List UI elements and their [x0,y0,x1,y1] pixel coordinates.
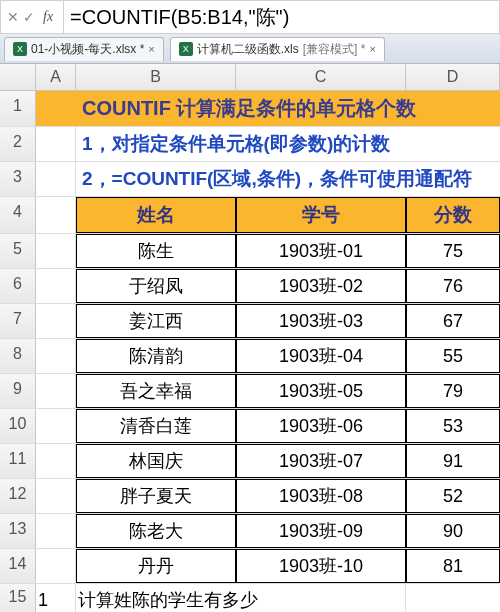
cell[interactable] [36,269,76,303]
spreadsheet-grid: A B C D 1 COUNTIF 计算满足条件的单元格个数 2 1，对指定条件… [0,64,500,612]
cell[interactable]: 1 [36,584,76,612]
row-header[interactable]: 1 [0,91,36,126]
cell-id[interactable]: 1903班-05 [236,374,406,408]
row-header[interactable]: 12 [0,479,36,513]
table-row: 14丹丹1903班-1081 [0,549,500,584]
table-row: 11林国庆1903班-0791 [0,444,500,479]
col-header-B[interactable]: B [76,64,236,90]
row-header[interactable]: 4 [0,197,36,233]
cell[interactable] [36,479,76,513]
cell[interactable] [36,444,76,478]
close-icon[interactable]: × [369,43,375,55]
row-3: 3 2，=COUNTIF(区域,条件)，条件可使用通配符 [0,162,500,197]
cell-name[interactable]: 清香白莲 [76,409,236,443]
column-headers: A B C D [0,64,500,91]
cell[interactable] [36,197,76,233]
cell-id[interactable]: 1903班-08 [236,479,406,513]
row-header[interactable]: 7 [0,304,36,338]
row-header[interactable]: 3 [0,162,36,196]
cell-score[interactable]: 53 [406,409,500,443]
table-row: 8陈清韵1903班-0455 [0,339,500,374]
select-all-corner[interactable] [0,64,36,90]
cell-score[interactable]: 75 [406,234,500,268]
cell[interactable] [36,374,76,408]
cell-id[interactable]: 1903班-04 [236,339,406,373]
table-row: 7姜江西1903班-0367 [0,304,500,339]
cell-id[interactable]: 1903班-10 [236,549,406,583]
table-row: 6于绍凤1903班-0276 [0,269,500,304]
col-header-D[interactable]: D [406,64,500,90]
cell[interactable] [36,339,76,373]
row-header[interactable]: 13 [0,514,36,548]
cell-score[interactable]: 55 [406,339,500,373]
cell[interactable] [36,127,76,161]
workbook-tabs: X 01-小视频-每天.xlsx * × X 计算机二级函数.xls [兼容模式… [0,34,500,64]
cell-score[interactable]: 67 [406,304,500,338]
compat-mode-label: [兼容模式] * [303,41,366,58]
table-header-score[interactable]: 分数 [406,197,500,233]
fx-icon[interactable]: fx [39,9,57,25]
row-header[interactable]: 5 [0,234,36,268]
cell-id[interactable]: 1903班-09 [236,514,406,548]
cell-name[interactable]: 胖子夏天 [76,479,236,513]
row-header[interactable]: 6 [0,269,36,303]
table-row: 10清香白莲1903班-0653 [0,409,500,444]
accept-icon[interactable]: ✓ [23,9,35,25]
cell[interactable] [36,514,76,548]
table-row: 12胖子夏天1903班-0852 [0,479,500,514]
cell-id[interactable]: 1903班-01 [236,234,406,268]
row-header[interactable]: 11 [0,444,36,478]
excel-icon: X [13,42,27,56]
cell-name[interactable]: 于绍凤 [76,269,236,303]
cell-id[interactable]: 1903班-06 [236,409,406,443]
row-header[interactable]: 10 [0,409,36,443]
cell-score[interactable]: 91 [406,444,500,478]
table-header-name[interactable]: 姓名 [76,197,236,233]
cell[interactable]: 计算姓陈的学生有多少 [76,584,406,612]
cell-id[interactable]: 1903班-03 [236,304,406,338]
subtitle-cell[interactable]: 2，=COUNTIF(区域,条件)，条件可使用通配符 [76,162,500,196]
table-header-id[interactable]: 学号 [236,197,406,233]
cell-score[interactable]: 76 [406,269,500,303]
cell[interactable] [36,549,76,583]
cell[interactable] [36,162,76,196]
tab-label: 01-小视频-每天.xlsx * [31,41,144,58]
cell-name[interactable]: 林国庆 [76,444,236,478]
cell-name[interactable]: 陈清韵 [76,339,236,373]
table-row: 13陈老大1903班-0990 [0,514,500,549]
workbook-tab-2[interactable]: X 计算机二级函数.xls [兼容模式] * × [170,37,385,61]
table-row: 9吾之幸福1903班-0579 [0,374,500,409]
subtitle-cell[interactable]: 1，对指定条件单元格(即参数)的计数 [76,127,500,161]
cancel-icon[interactable]: ✕ [7,9,19,25]
cell-name[interactable]: 陈老大 [76,514,236,548]
cell-id[interactable]: 1903班-07 [236,444,406,478]
formula-input[interactable]: =COUNTIF(B5:B14,"陈") [64,2,499,33]
cell-score[interactable]: 90 [406,514,500,548]
cell-score[interactable]: 81 [406,549,500,583]
row-header[interactable]: 8 [0,339,36,373]
row-header[interactable]: 14 [0,549,36,583]
cell[interactable] [36,234,76,268]
cell-name[interactable]: 丹丹 [76,549,236,583]
row-header[interactable]: 2 [0,127,36,161]
row-header[interactable]: 15 [0,584,36,612]
excel-icon: X [179,42,193,56]
col-header-C[interactable]: C [236,64,406,90]
row-header[interactable]: 9 [0,374,36,408]
formula-bar: ✕ ✓ fx =COUNTIF(B5:B14,"陈") [0,0,500,34]
workbook-tab-1[interactable]: X 01-小视频-每天.xlsx * × [4,37,164,61]
cell-score[interactable]: 52 [406,479,500,513]
table-row: 5陈生1903班-0175 [0,234,500,269]
cell[interactable] [36,304,76,338]
cell[interactable] [36,409,76,443]
col-header-A[interactable]: A [36,64,76,90]
cell-name[interactable]: 吾之幸福 [76,374,236,408]
formula-buttons: ✕ ✓ fx [1,1,64,33]
title-cell[interactable]: COUNTIF 计算满足条件的单元格个数 [76,91,500,126]
cell-name[interactable]: 陈生 [76,234,236,268]
cell-id[interactable]: 1903班-02 [236,269,406,303]
cell[interactable] [36,91,76,126]
cell-name[interactable]: 姜江西 [76,304,236,338]
cell-score[interactable]: 79 [406,374,500,408]
close-icon[interactable]: × [148,43,154,55]
